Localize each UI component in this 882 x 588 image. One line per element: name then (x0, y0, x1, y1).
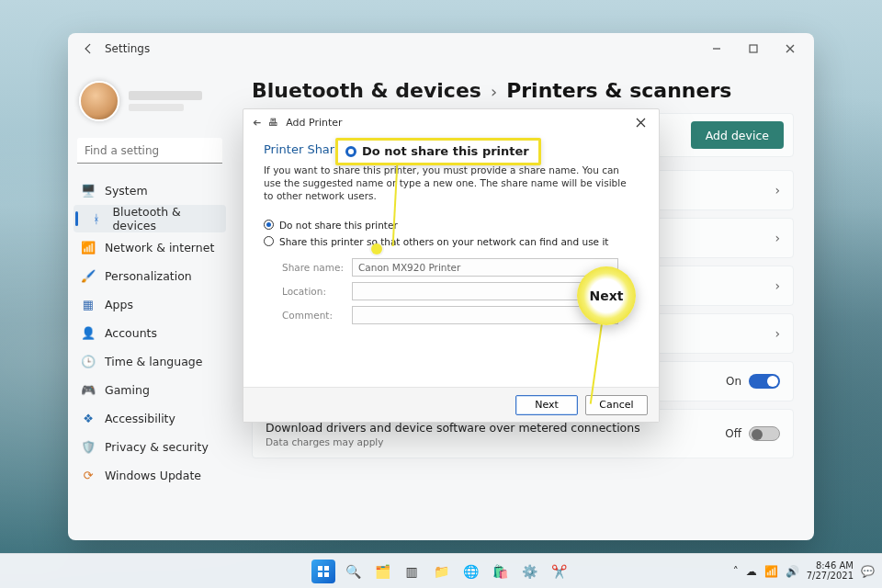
breadcrumb-current: Printers & scanners (506, 79, 731, 102)
clock-time: 8:46 AM (816, 561, 854, 571)
sidebar-item-bluetooth-devices[interactable]: ᚼBluetooth & devices (74, 205, 226, 232)
snip-icon[interactable]: ✂️ (547, 560, 571, 583)
breadcrumb: Bluetooth & devices › Printers & scanner… (252, 79, 794, 102)
dialog-back-button[interactable]: ➔ (253, 117, 261, 129)
profile-email-placeholder (129, 104, 184, 111)
nav-icon: ❖ (81, 411, 96, 425)
dialog-titlebar: ➔ 🖶 Add Printer (243, 109, 659, 135)
toggle-state: Off (725, 427, 741, 440)
wifi-icon[interactable]: 📶 (764, 565, 778, 578)
cancel-button[interactable]: Cancel (585, 395, 648, 415)
window-close-button[interactable] (772, 35, 808, 62)
annotation-text: Next (590, 288, 624, 303)
nav-label: Accessibility (105, 412, 175, 425)
breadcrumb-parent[interactable]: Bluetooth & devices (252, 79, 481, 102)
nav-icon: 🖌️ (81, 268, 96, 283)
volume-icon[interactable]: 🔊 (786, 565, 799, 578)
dialog-footer: Next Cancel (243, 387, 659, 422)
radio-icon (264, 236, 274, 246)
radio-share[interactable]: Share this printer so that others on you… (264, 236, 639, 247)
edge-icon[interactable]: 🌐 (458, 560, 482, 583)
chevron-right-icon: › (775, 326, 780, 341)
window-titlebar: Settings (68, 33, 814, 64)
settings-icon[interactable]: ⚙️ (517, 560, 541, 583)
field-label: Comment: (264, 310, 352, 321)
nav-icon: 🖥️ (81, 183, 96, 198)
radio-label: Share this printer so that others on you… (279, 236, 608, 247)
sidebar-item-apps[interactable]: ▦Apps (74, 290, 226, 318)
search-icon[interactable]: 🔍 (341, 560, 365, 583)
dialog-close-button[interactable] (628, 111, 653, 133)
svg-rect-2 (318, 566, 322, 571)
widgets-icon[interactable]: ▥ (400, 560, 424, 583)
dialog-description: If you want to share this printer, you m… (264, 164, 639, 203)
nav-icon: 📶 (81, 240, 96, 254)
field-label: Share name: (264, 262, 352, 273)
next-button[interactable]: Next (515, 395, 578, 415)
add-device-button[interactable]: Add device (691, 121, 784, 149)
nav-icon: 🛡️ (81, 439, 96, 454)
explorer-icon[interactable]: 📁 (429, 560, 453, 583)
notifications-icon[interactable]: 💬 (861, 565, 875, 578)
sidebar-item-time-language[interactable]: 🕒Time & language (74, 347, 226, 375)
nav-label: Network & internet (105, 241, 214, 254)
comment-input[interactable] (352, 306, 618, 324)
sidebar-item-system[interactable]: 🖥️System (74, 176, 226, 204)
sidebar-item-privacy-security[interactable]: 🛡️Privacy & security (74, 433, 226, 460)
row-sublabel: Data charges may apply (266, 436, 640, 447)
sidebar-search[interactable] (77, 138, 222, 164)
radio-do-not-share[interactable]: Do not share this printer (264, 220, 639, 231)
nav-icon: 🎮 (81, 382, 96, 397)
sidebar-item-network-internet[interactable]: 📶Network & internet (74, 233, 226, 261)
sidebar-item-accessibility[interactable]: ❖Accessibility (74, 404, 226, 432)
profile-block[interactable] (74, 72, 226, 134)
svg-rect-4 (318, 572, 322, 577)
chevron-right-icon: › (775, 278, 780, 293)
radio-ring-icon (345, 146, 356, 157)
nav-icon: ⟳ (81, 468, 96, 482)
sidebar-item-accounts[interactable]: 👤Accounts (74, 319, 226, 346)
nav-label: Time & language (105, 355, 202, 368)
chevron-right-icon: › (491, 82, 497, 101)
taskbar: 🔍 🗂️ ▥ 📁 🌐 🛍️ ⚙️ ✂️ ˄ ☁︎ 📶 🔊 8:46 AM 7/2… (0, 553, 882, 588)
dialog-title: Add Printer (286, 117, 342, 129)
sidebar: 🖥️SystemᚼBluetooth & devices📶Network & i… (68, 64, 232, 540)
sidebar-item-windows-update[interactable]: ⟳Windows Update (74, 461, 226, 489)
system-tray[interactable]: ˄ ☁︎ 📶 🔊 8:46 AM 7/27/2021 💬 (733, 561, 875, 581)
chevron-right-icon: › (775, 231, 780, 245)
printer-icon: 🖶 (268, 117, 278, 129)
sidebar-nav: 🖥️SystemᚼBluetooth & devices📶Network & i… (74, 176, 226, 489)
search-input[interactable] (77, 138, 222, 164)
taskbar-clock[interactable]: 8:46 AM 7/27/2021 (807, 561, 854, 581)
annotation-text: Do not share this printer (362, 144, 529, 158)
nav-label: Bluetooth & devices (112, 205, 219, 232)
taskbar-center: 🔍 🗂️ ▥ 📁 🌐 🛍️ ⚙️ ✂️ (311, 560, 571, 583)
window-title: Settings (105, 42, 150, 55)
start-button[interactable] (311, 560, 335, 583)
window-maximize-button[interactable] (735, 35, 772, 62)
back-button[interactable] (74, 34, 103, 63)
onedrive-icon[interactable]: ☁︎ (746, 565, 757, 578)
toggle-switch[interactable] (749, 426, 780, 441)
chevron-right-icon: › (775, 183, 780, 198)
toggle-switch[interactable] (749, 374, 780, 389)
annotation-callout-no-share: Do not share this printer (335, 138, 541, 165)
nav-icon: 🕒 (81, 354, 96, 368)
nav-label: Gaming (105, 383, 150, 397)
nav-label: Windows Update (105, 469, 201, 482)
field-label: Location: (264, 286, 352, 297)
task-view-icon[interactable]: 🗂️ (370, 560, 394, 583)
clock-date: 7/27/2021 (807, 571, 854, 582)
annotation-callout-next: Next (577, 266, 636, 325)
nav-icon: ▦ (81, 297, 96, 311)
sidebar-item-gaming[interactable]: 🎮Gaming (74, 376, 226, 403)
svg-rect-1 (750, 45, 757, 52)
radio-label: Do not share this printer (279, 220, 398, 231)
nav-label: Apps (105, 298, 133, 311)
window-minimize-button[interactable] (698, 35, 735, 62)
tray-chevron-icon[interactable]: ˄ (733, 565, 739, 578)
nav-icon: 👤 (81, 325, 96, 340)
store-icon[interactable]: 🛍️ (488, 560, 512, 583)
share-name-input[interactable] (352, 258, 618, 277)
sidebar-item-personalization[interactable]: 🖌️Personalization (74, 262, 226, 289)
